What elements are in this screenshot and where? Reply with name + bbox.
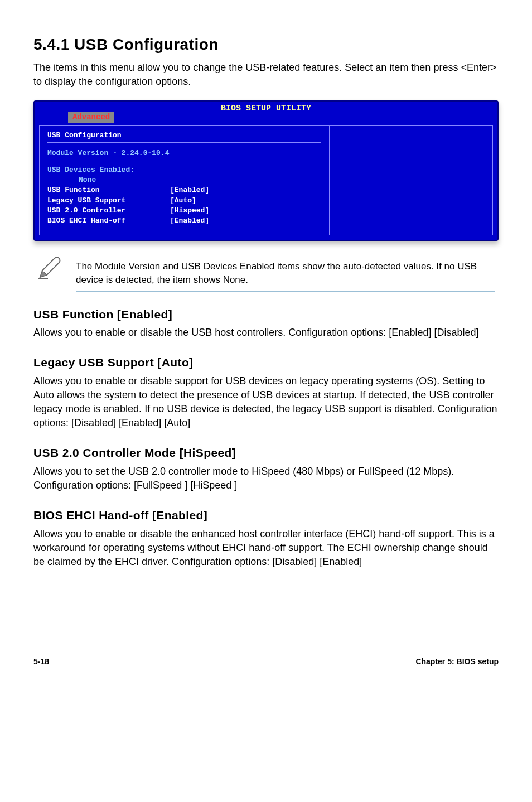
- bios-right-panel: [330, 125, 493, 236]
- sub-heading: Legacy USB Support [Auto]: [33, 354, 499, 370]
- bios-panel-title: USB Configuration: [47, 131, 321, 143]
- sub-body: Allows you to enable or disable the USB …: [33, 326, 499, 340]
- bios-option-value: [Hispeed]: [170, 206, 209, 216]
- bios-option-label: USB 2.0 Controller: [47, 206, 170, 216]
- bios-option-label: USB Function: [47, 185, 170, 195]
- subsection-usb2-controller-mode: USB 2.0 Controller Mode [HiSpeed] Allows…: [33, 445, 499, 492]
- section-heading: 5.4.1 USB Configuration: [33, 33, 499, 55]
- bios-option-value: [Enabled]: [170, 185, 209, 195]
- subsection-legacy-usb: Legacy USB Support [Auto] Allows you to …: [33, 354, 499, 430]
- bios-option-usb2-controller[interactable]: USB 2.0 Controller [Hispeed]: [47, 206, 321, 216]
- bios-option-legacy-usb[interactable]: Legacy USB Support [Auto]: [47, 196, 321, 206]
- bios-tab-advanced[interactable]: Advanced: [68, 112, 114, 124]
- page-number: 5-18: [33, 656, 49, 668]
- subsection-bios-ehci-handoff: BIOS EHCI Hand-off [Enabled] Allows you …: [33, 507, 499, 569]
- bios-setup-panel: BIOS SETUP UTILITY Advanced USB Configur…: [33, 100, 499, 241]
- bios-devices-label: USB Devices Enabled:: [47, 165, 321, 175]
- note-text: The Module Version and USB Devices Enabl…: [76, 255, 495, 292]
- bios-option-label: BIOS EHCI Hand-off: [47, 216, 170, 226]
- bios-left-panel: USB Configuration Module Version - 2.24.…: [39, 125, 330, 236]
- note-row: The Module Version and USB Devices Enabl…: [33, 255, 499, 292]
- bios-option-value: [Enabled]: [170, 216, 209, 226]
- page-footer: 5-18 Chapter 5: BIOS setup: [33, 653, 499, 668]
- sub-heading: USB Function [Enabled]: [33, 306, 499, 322]
- bios-option-value: [Auto]: [170, 196, 196, 206]
- sub-body: Allows you to enable or disable the enha…: [33, 527, 499, 569]
- chapter-label: Chapter 5: BIOS setup: [415, 656, 499, 668]
- bios-inner: USB Configuration Module Version - 2.24.…: [35, 115, 497, 240]
- subsection-usb-function: USB Function [Enabled] Allows you to ena…: [33, 306, 499, 340]
- sub-body: Allows you to set the USB 2.0 controller…: [33, 465, 499, 492]
- note-pencil-icon: [37, 255, 62, 281]
- sub-heading: BIOS EHCI Hand-off [Enabled]: [33, 507, 499, 523]
- section-intro: The items in this menu allow you to chan…: [33, 61, 499, 89]
- bios-header: BIOS SETUP UTILITY Advanced: [35, 102, 497, 115]
- bios-title: BIOS SETUP UTILITY: [221, 104, 311, 113]
- bios-option-usb-function[interactable]: USB Function [Enabled]: [47, 185, 321, 195]
- bios-devices-value: None: [79, 175, 321, 185]
- bios-module-version: Module Version - 2.24.0-10.4: [47, 148, 321, 158]
- sub-body: Allows you to enable or disable support …: [33, 374, 499, 431]
- sub-heading: USB 2.0 Controller Mode [HiSpeed]: [33, 445, 499, 461]
- bios-option-label: Legacy USB Support: [47, 196, 170, 206]
- bios-option-ehci-handoff[interactable]: BIOS EHCI Hand-off [Enabled]: [47, 216, 321, 226]
